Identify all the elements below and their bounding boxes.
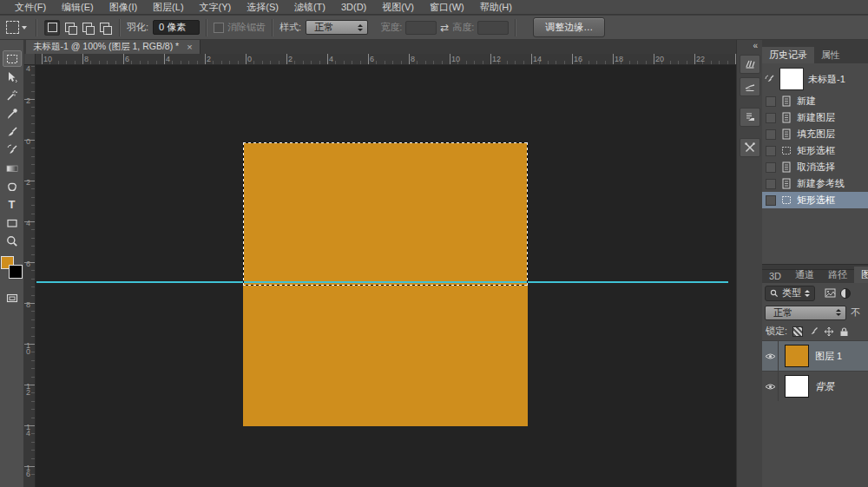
menu-layer[interactable]: 图层(L)	[145, 0, 191, 15]
subtract-selection-icon	[82, 23, 92, 32]
adjustment-filter-icon[interactable]	[840, 288, 851, 299]
gradient-tool[interactable]	[3, 160, 22, 176]
sponge-tool[interactable]	[3, 178, 22, 194]
zoom-tool[interactable]	[3, 233, 22, 249]
menu-help[interactable]: 帮助(H)	[472, 0, 520, 15]
canvas-viewport[interactable]	[36, 65, 736, 487]
history-source-checkbox[interactable]	[766, 162, 776, 173]
style-dropdown[interactable]: 正常	[306, 20, 368, 35]
menu-view[interactable]: 视图(V)	[374, 0, 422, 15]
clone-source-panel-button[interactable]	[740, 108, 760, 127]
history-source-checkbox[interactable]	[766, 113, 776, 123]
menu-type[interactable]: 文字(Y)	[192, 0, 240, 15]
menu-3d[interactable]: 3D(D)	[333, 0, 374, 15]
menu-filter[interactable]: 滤镜(T)	[286, 0, 333, 15]
history-brush-tool[interactable]	[3, 141, 22, 158]
document-tab[interactable]: 未标题-1 @ 100% (图层 1, RGB/8) * ×	[26, 40, 201, 54]
tab-properties[interactable]: 属性	[814, 47, 847, 63]
pixel-filter-icon[interactable]	[825, 288, 836, 298]
layer-name[interactable]: 背景	[815, 380, 834, 393]
move-icon	[5, 70, 19, 84]
menu-edit[interactable]: 编辑(E)	[54, 0, 102, 15]
rectangular-marquee-tool[interactable]	[3, 50, 22, 67]
menu-image[interactable]: 图像(I)	[102, 0, 145, 15]
ruler-tick-label: 10	[451, 55, 460, 63]
history-source-checkbox[interactable]	[766, 195, 776, 206]
layer-thumbnail[interactable]	[785, 375, 809, 398]
ruler-tick-label: 0	[247, 55, 252, 63]
height-input[interactable]	[477, 21, 509, 35]
move-tool[interactable]	[3, 69, 22, 85]
lock-transparency-icon[interactable]	[792, 326, 803, 337]
tab-paths[interactable]: 路径	[821, 267, 854, 283]
close-tab-icon[interactable]: ×	[187, 43, 192, 51]
antialias-label: 消除锯齿	[227, 21, 266, 34]
visibility-toggle[interactable]	[762, 341, 779, 371]
swap-dimensions-icon[interactable]: ⇄	[440, 22, 449, 34]
layer-name[interactable]: 图层 1	[815, 350, 842, 363]
horizontal-ruler[interactable]: 10 8 6 4 2 0 2 4 6 8 10 12 14 16 18 20 2…	[36, 54, 736, 65]
ruler-tick-label: 12	[25, 384, 31, 396]
history-step-marquee-icon	[781, 194, 792, 206]
brush-tool[interactable]	[3, 123, 22, 140]
snapshot-thumbnail[interactable]	[779, 68, 804, 90]
history-source-checkbox[interactable]	[766, 179, 776, 189]
blend-mode-dropdown[interactable]: 正常	[765, 306, 846, 320]
feather-input[interactable]: 0 像素	[153, 20, 200, 35]
add-to-selection-button[interactable]	[62, 20, 77, 36]
refine-edge-button[interactable]: 调整边缘…	[533, 17, 605, 37]
type-icon: T	[9, 199, 16, 210]
visibility-toggle[interactable]	[762, 372, 779, 401]
tab-history[interactable]: 历史记录	[762, 47, 814, 63]
subtract-from-selection-button[interactable]	[79, 20, 95, 36]
antialias-checkbox[interactable]	[214, 23, 224, 33]
eyedropper-tool[interactable]	[3, 105, 22, 122]
lock-all-icon[interactable]	[839, 326, 849, 337]
new-selection-button[interactable]	[44, 20, 60, 36]
magic-wand-tool[interactable]	[3, 87, 22, 103]
history-source-checkbox[interactable]	[766, 96, 776, 107]
divider	[206, 19, 207, 36]
layer-row-layer1[interactable]: 图层 1	[762, 340, 868, 371]
collapse-panels-button[interactable]: «	[753, 40, 762, 53]
vertical-ruler[interactable]: 4 2 0 2 4 6 8 10 12 14 16	[24, 65, 36, 487]
menu-select[interactable]: 选择(S)	[239, 0, 286, 15]
brush-presets-panel-button[interactable]	[740, 77, 760, 96]
history-step[interactable]: 新建图层	[762, 109, 868, 126]
tab-channels[interactable]: 通道	[788, 267, 821, 283]
history-source-icon[interactable]	[764, 74, 775, 85]
brush-panel-icon	[744, 58, 756, 70]
intersect-selection-button[interactable]	[96, 20, 112, 36]
history-step-selected[interactable]: 矩形选框	[762, 192, 868, 208]
layer-filter-dropdown[interactable]: 类型	[765, 286, 815, 301]
type-tool[interactable]: T	[3, 196, 22, 213]
marquee-icon	[5, 52, 19, 66]
history-step[interactable]: 填充图层	[762, 126, 868, 142]
background-color-swatch[interactable]	[9, 265, 23, 279]
history-step[interactable]: 矩形选框	[762, 142, 868, 159]
history-source-checkbox[interactable]	[766, 129, 776, 140]
lock-image-brush-icon[interactable]	[808, 326, 819, 337]
layer-row-background[interactable]: 背景	[762, 371, 868, 401]
document-tab-bar: 未标题-1 @ 100% (图层 1, RGB/8) * ×	[24, 40, 736, 55]
menu-file[interactable]: 文件(F)	[7, 0, 54, 15]
history-step[interactable]: 新建参考线	[762, 175, 868, 192]
history-snapshot-row[interactable]: 未标题-1	[762, 65, 868, 93]
lock-position-icon[interactable]	[824, 326, 834, 337]
tab-layers[interactable]: 图层	[854, 267, 868, 283]
brush-panel-button[interactable]	[740, 55, 760, 74]
width-input[interactable]	[405, 21, 437, 35]
menu-window[interactable]: 窗口(W)	[422, 0, 472, 15]
history-step[interactable]: 取消选择	[762, 159, 868, 175]
divider	[119, 19, 121, 36]
rectangle-shape-tool[interactable]	[3, 214, 22, 231]
ruler-tick-label: 12	[492, 55, 501, 63]
tool-presets-panel-button[interactable]	[740, 138, 760, 157]
screen-mode-button[interactable]	[3, 289, 22, 306]
history-source-checkbox[interactable]	[766, 146, 776, 156]
history-step[interactable]: 新建	[762, 93, 868, 109]
tool-preset-picker[interactable]	[3, 21, 30, 34]
layer-thumbnail[interactable]	[785, 345, 809, 367]
ruler-tick-label: 16	[574, 55, 582, 63]
tab-3d[interactable]: 3D	[762, 269, 788, 283]
